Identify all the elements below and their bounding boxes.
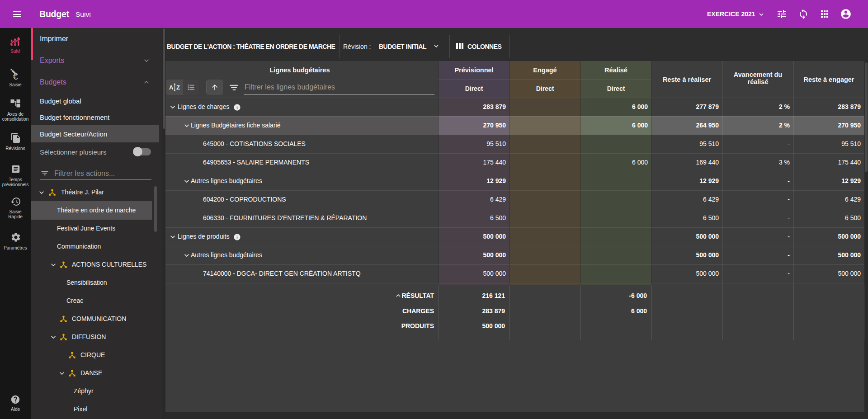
svg-text:Z: Z: [176, 84, 180, 91]
svg-text:A: A: [169, 84, 174, 91]
svg-text:€: €: [13, 71, 18, 80]
